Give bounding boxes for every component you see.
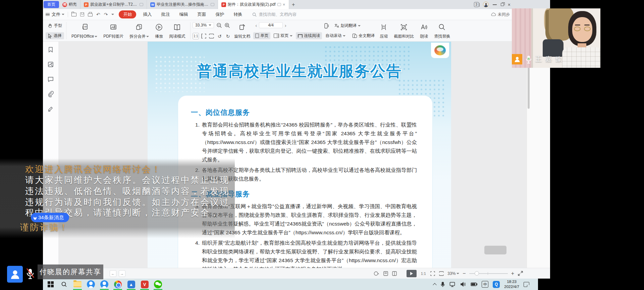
print-icon[interactable] (88, 13, 93, 16)
file-explorer-button[interactable] (71, 279, 84, 290)
meeting-tray-icon[interactable]: Q (493, 281, 500, 288)
word-translate-button[interactable]: 划词翻译 (332, 22, 363, 29)
more-icon[interactable] (111, 14, 114, 15)
redo-icon[interactable]: ↷ (104, 12, 108, 17)
microphone-icon[interactable] (440, 282, 445, 287)
chrome-button[interactable] (111, 279, 124, 290)
meeting-app-button[interactable] (84, 279, 98, 290)
open-icon[interactable] (71, 13, 76, 16)
bookmark-icon[interactable] (47, 46, 54, 53)
zoom-out-icon[interactable] (216, 22, 222, 28)
slideshow-button[interactable] (407, 270, 417, 277)
action-center-icon[interactable] (524, 282, 529, 287)
fit-page-icon[interactable] (430, 271, 435, 276)
tab-docer[interactable]: 稻 稻壳 (59, 0, 80, 9)
new-messages-button[interactable]: 34条新消息 (31, 213, 69, 222)
page-indicator[interactable]: 4/4 (259, 22, 283, 28)
next-page-button[interactable]: › (283, 22, 288, 28)
pdf-to-office-button[interactable]: W PDF转Office (68, 21, 100, 40)
sync-status[interactable]: 未同步 (491, 12, 510, 17)
read-aloud-button[interactable]: 朗读 (417, 21, 431, 40)
double-page-button[interactable]: 双页 (272, 32, 294, 39)
taskbar-clock[interactable]: 18:23 2022/4/7 (504, 279, 519, 289)
rotate-right-icon[interactable]: ↻ (225, 33, 231, 39)
forward-view-button[interactable]: → (119, 270, 125, 277)
attachment-icon[interactable] (47, 91, 54, 97)
menu-edit[interactable]: 编辑 (174, 11, 193, 17)
tab-home[interactable]: 首页 (44, 1, 59, 8)
menu-page[interactable]: 页面 (193, 11, 211, 17)
webcam-video[interactable]: 王嘉豫 (512, 8, 600, 68)
play-button[interactable]: 播放 (152, 21, 166, 40)
fit-width-icon[interactable] (439, 271, 444, 276)
back-view-button[interactable]: ← (110, 270, 116, 277)
zoom-slider-knob[interactable] (475, 271, 479, 276)
search-input[interactable]: 查找功能、文档内容 (252, 12, 297, 17)
menu-start[interactable]: 开始 (119, 10, 136, 18)
menu-annotate[interactable]: 批注 (156, 11, 174, 17)
actual-size-button[interactable]: 1:1 (420, 270, 427, 277)
taskbar-search-button[interactable] (57, 279, 71, 290)
minimize-button[interactable] (493, 4, 497, 5)
wps-office-button[interactable]: V (138, 279, 151, 290)
read-mode-button[interactable]: 阅读模式 (166, 21, 188, 40)
sharer-avatar[interactable] (7, 266, 23, 283)
menu-protect[interactable]: 保护 (211, 11, 229, 17)
save-icon[interactable] (80, 12, 84, 16)
single-page-button[interactable]: 单页 (253, 32, 270, 39)
actual-size-button[interactable]: 1:1 (193, 33, 199, 39)
statusbar-zoom-value[interactable]: 33% (447, 271, 459, 276)
screenshot-compare-button[interactable]: 截图和对比 (391, 21, 417, 40)
zoom-in-button[interactable]: + (511, 271, 514, 277)
image-icon[interactable] (47, 61, 54, 68)
comment-icon[interactable] (47, 76, 54, 83)
restore-button[interactable] (501, 3, 504, 6)
battery-icon[interactable] (471, 282, 477, 286)
zoom-in-icon[interactable] (224, 22, 230, 28)
rotate-doc-button[interactable]: 旋转文档 (231, 21, 253, 40)
muted-mic-icon[interactable] (25, 268, 36, 281)
tray-expand-icon[interactable] (433, 283, 437, 287)
start-button[interactable] (44, 279, 57, 290)
close-button[interactable]: × (508, 2, 511, 7)
fit-width-icon[interactable] (209, 33, 214, 39)
full-translate-button[interactable]: 全文翻译 (350, 32, 377, 39)
input-method-icon[interactable]: 中 (482, 281, 488, 288)
account-avatar[interactable] (483, 2, 489, 7)
page-layout-icon[interactable] (383, 271, 388, 276)
tab-count-badge[interactable]: 3 (474, 2, 479, 7)
tab-presentation[interactable]: P 就业政策+全日制学...T2022.4.7 (80, 0, 147, 9)
fit-page-icon[interactable] (201, 33, 207, 39)
auto-scroll-button[interactable]: 自动滚动 (323, 32, 347, 39)
background-color-icon[interactable] (374, 271, 380, 276)
book-view-icon[interactable] (392, 271, 397, 276)
tab-close-icon[interactable]: × (283, 2, 285, 7)
select-tool-button[interactable]: 选择 (46, 32, 64, 39)
rotate-left-icon[interactable]: ↺ (216, 33, 223, 39)
tab-document[interactable]: W 毕业生注册和关...操作指南(2) (147, 0, 218, 9)
hand-tool-button[interactable]: 手型 (46, 22, 64, 29)
menu-convert[interactable]: 转换 (229, 11, 247, 17)
hamburger-icon[interactable] (46, 13, 50, 16)
continuous-read-button[interactable]: 连续阅读 (296, 32, 322, 39)
zoom-out-button[interactable]: − (463, 271, 466, 277)
new-tab-button[interactable]: + (292, 2, 295, 8)
pdf-to-image-button[interactable]: PDF转图片 (100, 21, 126, 40)
fullscreen-icon[interactable] (518, 271, 523, 276)
zoom-slider[interactable] (469, 273, 508, 274)
wps-cloud-button[interactable]: ▲ (124, 279, 138, 290)
display-icon[interactable] (449, 282, 456, 287)
wechat-button[interactable] (151, 279, 165, 290)
split-merge-button[interactable]: 拆分合并 (126, 21, 152, 40)
zoom-level-select[interactable]: 33.3% (193, 22, 214, 28)
compress-button[interactable]: 压缩 (377, 21, 391, 40)
auto-scroll-icon[interactable] (323, 23, 329, 29)
menu-file[interactable]: 文件 (52, 11, 64, 17)
menu-insert[interactable]: 插入 (138, 11, 156, 17)
tab-pdf-active[interactable]: P 附件：就业政策海报(2).pdf × (218, 0, 289, 9)
speaker-icon[interactable] (460, 282, 466, 287)
signature-icon[interactable] (47, 105, 54, 112)
undo-icon[interactable]: ↶ (96, 12, 100, 17)
find-replace-button[interactable]: 查找替换 (431, 21, 453, 40)
prev-page-button[interactable]: ‹ (253, 22, 259, 28)
